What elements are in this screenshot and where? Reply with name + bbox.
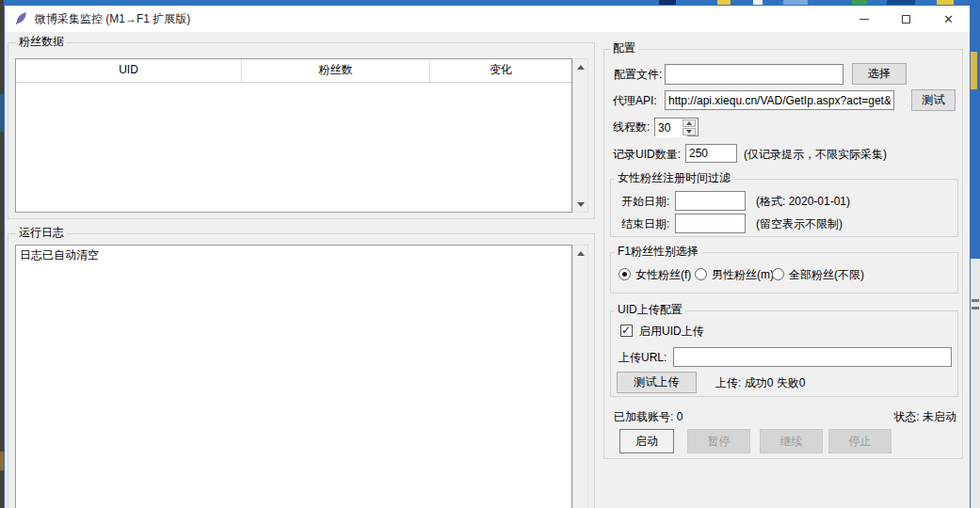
uid-upload-group-label: UID上传配置	[615, 303, 685, 317]
start-button[interactable]: 启动	[619, 429, 674, 453]
radio-all-fans-label[interactable]: 全部粉丝(不限)	[789, 265, 864, 284]
pause-button[interactable]: 暂停	[687, 429, 750, 453]
scroll-down-button[interactable]	[573, 197, 587, 212]
test-upload-button[interactable]: 测试上传	[617, 372, 697, 393]
config-file-label: 配置文件:	[614, 65, 662, 84]
spin-up-icon	[686, 121, 692, 125]
run-status-text: 状态: 未启动	[893, 407, 956, 426]
test-proxy-button[interactable]: 测试	[911, 89, 956, 111]
end-date-input[interactable]	[675, 214, 746, 233]
radio-all-fans[interactable]	[772, 268, 784, 280]
desktop-right-strip	[971, 0, 980, 259]
close-button[interactable]: ✕	[927, 6, 970, 32]
feather-icon	[13, 11, 28, 26]
config-group-label: 配置	[610, 41, 638, 56]
fans-table-scrollbar[interactable]	[572, 58, 588, 213]
threads-spinner[interactable]	[654, 118, 699, 136]
fans-data-group: 粉丝数据 UID 粉丝数 变化	[8, 42, 595, 219]
scroll-up-icon	[577, 65, 585, 70]
record-uid-note: (仅记录提示，不限实际采集)	[744, 145, 887, 164]
minimize-button[interactable]	[843, 6, 885, 32]
titlebar: 微博采集监控 (M1→F1 扩展版) ✕	[5, 6, 970, 32]
log-textarea: 日志已自动清空	[15, 245, 572, 508]
run-log-group-label: 运行日志	[16, 226, 67, 240]
config-group: 配置 配置文件: 选择 代理API: 测试 线程数: 记录UID数量: (仅记录…	[603, 49, 963, 459]
spin-down-icon	[686, 130, 692, 134]
enable-upload-label[interactable]: 启用UID上传	[639, 322, 704, 341]
fans-table-header: UID 粉丝数 变化	[16, 59, 571, 83]
start-date-note: (格式: 2020-01-01)	[756, 192, 850, 211]
date-filter-group-label: 女性粉丝注册时间过滤	[615, 171, 733, 185]
scroll-up-button[interactable]	[573, 246, 587, 261]
radio-male-fans-label[interactable]: 男性粉丝(m)	[712, 265, 774, 284]
column-header-fans-count[interactable]: 粉丝数	[242, 59, 430, 82]
radio-female-fans[interactable]	[619, 268, 631, 280]
close-icon: ✕	[943, 13, 954, 25]
scroll-up-button[interactable]	[573, 59, 587, 74]
log-scrollbar[interactable]	[572, 245, 588, 508]
fans-table: UID 粉丝数 变化	[15, 58, 572, 213]
proxy-api-input[interactable]	[665, 90, 894, 110]
enable-upload-checkbox[interactable]	[620, 325, 633, 337]
proxy-api-label: 代理API:	[613, 91, 657, 110]
maximize-icon	[902, 15, 910, 24]
end-date-label: 结束日期:	[621, 214, 669, 233]
uid-upload-group: UID上传配置 启用UID上传 上传URL: 测试上传 上传: 成功0 失败0	[610, 310, 958, 397]
gender-group-label: F1粉丝性别选择	[615, 245, 701, 259]
record-uid-input[interactable]	[685, 144, 737, 163]
end-date-note: (留空表示不限制)	[756, 214, 843, 233]
desktop-fragment	[972, 299, 979, 302]
column-header-uid[interactable]: UID	[16, 59, 242, 82]
scroll-down-icon	[577, 202, 585, 207]
stop-button[interactable]: 停止	[828, 429, 892, 453]
start-date-input[interactable]	[675, 191, 746, 211]
maximize-button[interactable]	[885, 6, 927, 32]
upload-url-input[interactable]	[673, 347, 952, 367]
window-title: 微博采集监控 (M1→F1 扩展版)	[35, 6, 190, 32]
desktop-right-strip-lower	[971, 259, 980, 508]
config-file-input[interactable]	[665, 64, 843, 85]
fans-data-group-label: 粉丝数据	[16, 35, 67, 49]
spin-down-button[interactable]	[683, 128, 696, 135]
start-date-label: 开始日期:	[621, 192, 669, 211]
scroll-up-icon	[577, 251, 585, 256]
run-log-group: 运行日志 日志已自动清空	[8, 233, 595, 508]
column-header-change[interactable]: 变化	[430, 59, 571, 82]
desktop-fragment	[972, 307, 979, 310]
gender-group: F1粉丝性别选择 女性粉丝(f) 男性粉丝(m) 全部粉丝(不限)	[610, 252, 958, 294]
continue-button[interactable]: 继续	[760, 429, 823, 453]
threads-label: 线程数:	[613, 118, 650, 136]
upload-result-text: 上传: 成功0 失败0	[715, 373, 805, 392]
date-filter-group: 女性粉丝注册时间过滤 开始日期: (格式: 2020-01-01) 结束日期: …	[610, 179, 958, 237]
app-window: 微博采集监控 (M1→F1 扩展版) ✕ 粉丝数据 UID 粉丝数 变化 运行日…	[4, 5, 971, 508]
desktop-fragment	[971, 52, 977, 89]
radio-male-fans[interactable]	[695, 268, 707, 280]
radio-female-fans-label[interactable]: 女性粉丝(f)	[635, 265, 691, 284]
minimize-icon	[860, 19, 869, 20]
loaded-accounts-text: 已加载账号: 0	[614, 407, 683, 426]
record-uid-label: 记录UID数量:	[613, 145, 681, 164]
upload-url-label: 上传URL:	[619, 348, 667, 367]
select-file-button[interactable]: 选择	[852, 63, 907, 85]
client-area: 粉丝数据 UID 粉丝数 变化 运行日志 日志已自动清空	[5, 32, 970, 508]
spin-up-button[interactable]	[683, 119, 696, 127]
